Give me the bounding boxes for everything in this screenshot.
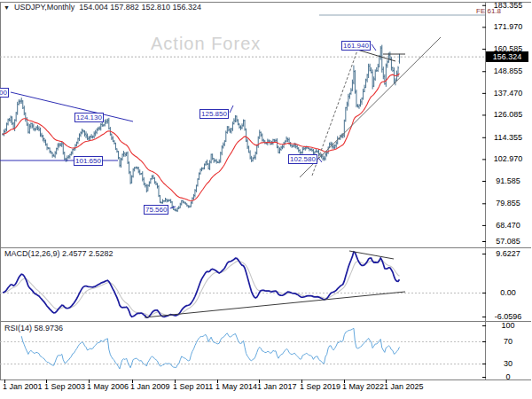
symbol-title: USDJPY,Monthly (14, 3, 74, 12)
price-axis-tick: 171.970 (487, 22, 529, 31)
x-axis-label: 1 May 2014 (215, 382, 257, 391)
macd-indicator-label: MACD(12,26,9) 2.4577 2.5282 (4, 249, 113, 258)
rsi-axis-tick: 100 (487, 321, 529, 330)
price-axis-tick: 114.355 (487, 133, 529, 142)
x-axis-label: 1 Sep 2011 (173, 382, 213, 391)
macd-axis-tick: -6.0596 (487, 312, 529, 321)
price-axis-tick: 183.355 (487, 1, 529, 10)
price-annotation-label: 125.850 (200, 109, 229, 119)
price-axis-tick: 57.085 (487, 237, 529, 246)
x-axis-label: 1 Jan 2001 (3, 382, 43, 391)
dropdown-caret-icon[interactable]: ▼ (4, 4, 10, 12)
ohlc-values: 154.004 157.882 152.810 156.324 (79, 3, 201, 12)
chart-canvas[interactable] (0, 0, 532, 399)
current-price-tag: 156.324 (486, 51, 528, 62)
price-axis-tick: 126.085 (487, 110, 529, 119)
symbol-header: ▼ USDJPY,Monthly 154.004 157.882 152.810… (4, 3, 201, 12)
x-axis-label: 1 May 2006 (87, 382, 129, 391)
price-annotation-label: 124.130 (74, 113, 104, 122)
price-axis-tick: 148.855 (487, 66, 529, 75)
x-axis-label: 1 Jan 2009 (130, 382, 170, 391)
x-axis-label: 1 Sep 2003 (44, 382, 85, 391)
x-axis-label: 1 Sep 2019 (300, 382, 340, 391)
x-axis-label: 1 May 2022 (342, 382, 384, 391)
price-annotation-label: 75.560 (144, 205, 168, 215)
price-annotation-label: 101.650 (74, 156, 103, 166)
x-axis-label: 1 Jan 2017 (257, 382, 297, 391)
price-axis-tick: 91.585 (487, 176, 529, 185)
price-axis-tick: 68.470 (487, 221, 529, 230)
rsi-axis-tick: 30 (487, 359, 529, 368)
rsi-axis-tick: 0 (487, 372, 529, 381)
price-axis-tick: 79.855 (487, 199, 529, 207)
price-annotation-label: 102.580 (288, 154, 317, 164)
price-axis-tick: 102.970 (487, 154, 529, 163)
rsi-axis-tick: 70 (487, 337, 529, 346)
x-axis-label: 1 Jan 2025 (384, 382, 424, 391)
macd-axis-tick: 9.6227 (487, 249, 529, 258)
price-annotation-label: 00 (0, 88, 9, 98)
rsi-indicator-label: RSI(14) 58.9736 (4, 324, 63, 332)
price-axis-tick: 137.470 (487, 89, 529, 98)
price-annotation-label: 161.940 (341, 41, 371, 51)
macd-axis-tick: 0.00 (487, 288, 529, 297)
chart-window: Action Forex ▼ USDJPY,Monthly 154.004 15… (0, 0, 532, 399)
